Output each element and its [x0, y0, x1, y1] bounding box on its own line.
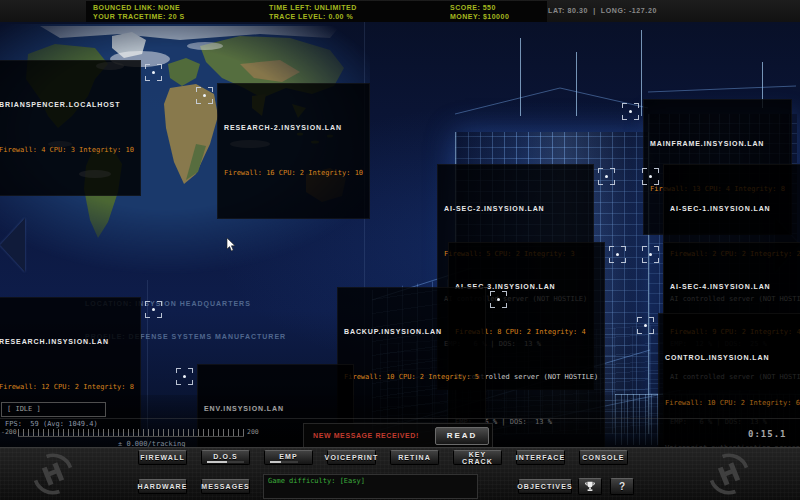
trace-level-status: TRACE LEVEL: 0.00 %	[269, 12, 441, 21]
time-left-status: TIME LEFT: UNLIMITED	[269, 3, 441, 12]
ruler-max-label: 200	[247, 428, 259, 436]
help-button[interactable]: ?	[610, 478, 634, 495]
voiceprint-button[interactable]: VOICEPRINT	[327, 450, 376, 465]
tracking-ruler	[18, 429, 244, 437]
message-alert-panel: NEW MESSAGE RECEIVED! READ	[303, 423, 493, 448]
money-value: MONEY: $10000	[450, 12, 540, 21]
trophy-icon	[584, 481, 596, 493]
tool-button-row: FIREWALL D.O.S EMP VOICEPRINT RETINA KEY…	[138, 450, 628, 465]
tracetime-status: YOUR TRACETIME: 20 S	[93, 12, 265, 21]
lat-long-readout: LAT: 80.30 | LONG: -127.20	[548, 7, 657, 14]
ruler-min-label: -200	[1, 428, 17, 436]
target-crosshair-icon[interactable]	[145, 64, 162, 81]
key-crack-button[interactable]: KEY CRACK	[453, 450, 502, 465]
emp-progress-bar	[270, 461, 308, 463]
trace-status-panel: TIME LEFT: UNLIMITED TRACE LEVEL: 0.00 %	[262, 1, 448, 23]
target-crosshair-icon[interactable]	[490, 291, 507, 308]
achievements-button[interactable]	[578, 478, 602, 495]
server-node-research-2: RESEARCH-2.INSYSION.LAN Firewall: 16 CPU…	[196, 83, 370, 219]
target-crosshair-icon[interactable]	[642, 246, 659, 263]
server-node-brianspencer: BRIANSPENCER.LOCALHOST Firewall: 4 CPU: …	[0, 60, 162, 196]
scroll-left-arrow[interactable]	[0, 218, 25, 272]
console-button[interactable]: CONSOLE	[579, 450, 628, 465]
mission-timer: 0:15.1	[748, 429, 787, 439]
score-value: SCORE: 550	[450, 3, 540, 12]
interface-button[interactable]: INTERFACE	[516, 450, 565, 465]
target-crosshair-icon[interactable]	[622, 103, 639, 120]
read-message-button[interactable]: READ	[435, 427, 489, 445]
server-info-box[interactable]: RESEARCH-2.INSYSION.LAN Firewall: 16 CPU…	[217, 83, 370, 219]
objectives-button[interactable]: OBJECTIVES	[518, 479, 572, 494]
new-message-alert: NEW MESSAGE RECEIVED!	[313, 432, 419, 439]
target-crosshair-icon[interactable]	[176, 368, 193, 385]
target-crosshair-icon[interactable]	[642, 168, 659, 185]
firewall-button[interactable]: FIREWALL	[138, 450, 187, 465]
game-screen: BOUNCED LINK: NONE YOUR TRACETIME: 20 S …	[0, 0, 800, 500]
game-console-output[interactable]: Game difficulty: [Easy]	[263, 474, 478, 499]
retina-button[interactable]: RETINA	[390, 450, 439, 465]
target-crosshair-icon[interactable]	[609, 246, 626, 263]
hacker-evolution-logo-icon	[28, 451, 78, 497]
hud-divider	[0, 418, 800, 419]
dos-progress-bar	[207, 461, 245, 463]
fps-readout: FPS: 59 (Avg: 1049.4)	[5, 420, 98, 428]
score-panel: SCORE: 550 MONEY: $10000	[443, 1, 547, 23]
target-crosshair-icon[interactable]	[637, 317, 654, 334]
emp-button[interactable]: EMP	[264, 450, 313, 465]
status-bar: BOUNCED LINK: NONE YOUR TRACETIME: 20 S …	[0, 0, 800, 24]
idle-status: [ IDLE ]	[1, 402, 106, 417]
hardware-button[interactable]: HARDWARE	[138, 479, 187, 494]
server-info-box[interactable]: BRIANSPENCER.LOCALHOST Firewall: 4 CPU: …	[0, 60, 141, 196]
messages-button[interactable]: MESSAGES	[201, 479, 250, 494]
link-status-panel: BOUNCED LINK: NONE YOUR TRACETIME: 20 S	[86, 1, 272, 23]
question-mark-icon: ?	[619, 481, 625, 492]
target-crosshair-icon[interactable]	[145, 301, 162, 318]
target-crosshair-icon[interactable]	[598, 168, 615, 185]
hacker-evolution-logo-icon	[704, 451, 754, 497]
mouse-cursor	[226, 238, 238, 252]
bounced-link-status: BOUNCED LINK: NONE	[93, 3, 265, 12]
target-crosshair-icon[interactable]	[196, 87, 213, 104]
dos-button[interactable]: D.O.S	[201, 450, 250, 465]
